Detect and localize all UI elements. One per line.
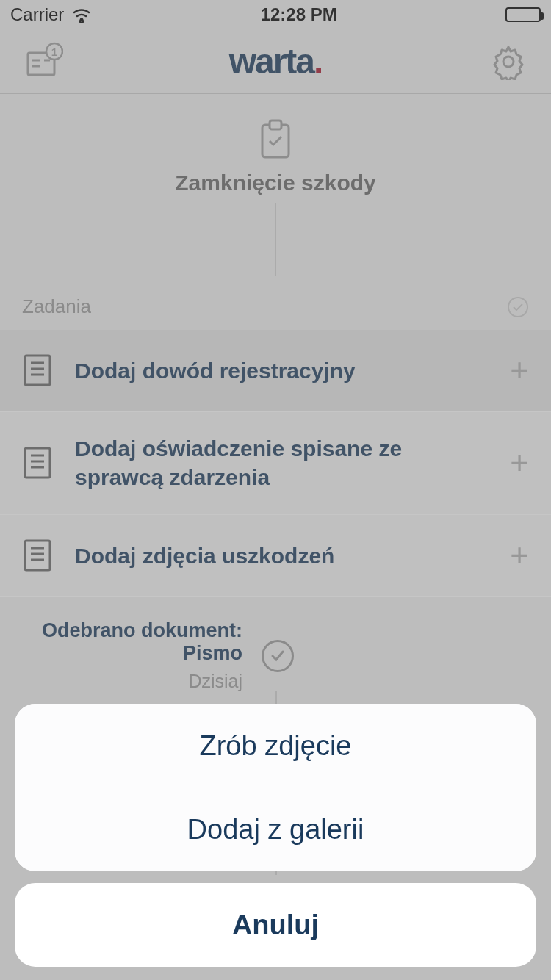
add-from-gallery-button[interactable]: Dodaj z galerii [15, 788, 536, 871]
cancel-button[interactable]: Anuluj [15, 883, 536, 967]
action-sheet: Zrób zdjęcie Dodaj z galerii Anuluj [15, 704, 536, 967]
take-photo-button[interactable]: Zrób zdjęcie [15, 704, 536, 788]
